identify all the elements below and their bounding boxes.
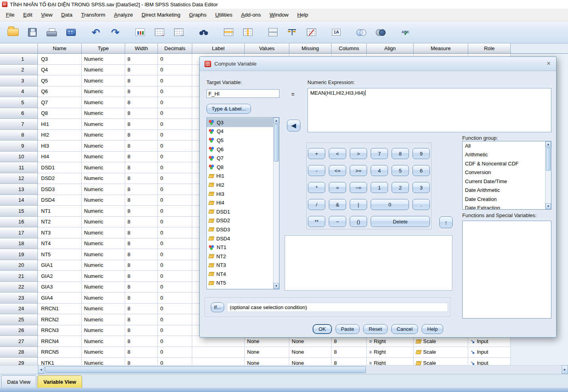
cell-decimals[interactable]: 0	[158, 217, 192, 228]
cell-type[interactable]: Numeric	[82, 282, 125, 293]
cell-type[interactable]: Numeric	[82, 325, 125, 336]
corner-header[interactable]	[0, 43, 38, 54]
keypad-button-|[interactable]: |	[350, 199, 367, 210]
cell-width[interactable]: 8	[125, 206, 158, 217]
variable-item-nt3[interactable]: NT3	[207, 261, 273, 270]
insert-cases-button[interactable]	[219, 23, 238, 41]
variable-item-dsd1[interactable]: DSD1	[207, 207, 273, 216]
cell-width[interactable]: 8	[125, 130, 158, 141]
ok-button[interactable]: OK	[313, 324, 332, 334]
function-group-current-date-time[interactable]: Current Date/Time	[463, 177, 545, 186]
target-variable-input[interactable]	[206, 89, 279, 98]
cell-decimals[interactable]: 0	[158, 358, 192, 365]
menu-edit[interactable]: Edit	[19, 10, 37, 20]
row-number[interactable]: 24	[0, 304, 38, 315]
row-number[interactable]: 9	[0, 141, 38, 152]
reset-button[interactable]: Reset	[363, 324, 388, 334]
scrollbar-track[interactable]	[44, 365, 562, 374]
function-group-all[interactable]: All	[463, 141, 545, 150]
column-header-name[interactable]: Name	[38, 43, 82, 54]
cell-name[interactable]: NT2	[38, 217, 82, 228]
cell-type[interactable]: Numeric	[82, 184, 125, 195]
cell-decimals[interactable]: 0	[158, 304, 192, 315]
cell-measure[interactable]: Scale	[414, 336, 468, 347]
select-cases-button[interactable]	[302, 23, 321, 41]
menu-view[interactable]: View	[37, 10, 57, 20]
cell-width[interactable]: 8	[125, 271, 158, 282]
cell-decimals[interactable]: 0	[158, 293, 192, 304]
cell-type[interactable]: Numeric	[82, 347, 125, 358]
variable-item-hi4[interactable]: HI4	[207, 198, 273, 207]
scroll-left-button[interactable]: ◄	[38, 365, 44, 374]
cell-type[interactable]: Numeric	[82, 271, 125, 282]
keypad-button-+[interactable]: +	[308, 148, 325, 159]
variable-item-nt5[interactable]: NT5	[207, 279, 273, 288]
transfer-variable-button[interactable]: ◀	[287, 120, 300, 131]
row-number[interactable]: 29	[0, 358, 38, 365]
cell-name[interactable]: DSD2	[38, 173, 82, 184]
row-number[interactable]: 6	[0, 108, 38, 119]
cell-type[interactable]: Numeric	[82, 358, 125, 365]
scroll-right-button[interactable]: ►	[562, 365, 568, 374]
variable-item-nt2[interactable]: NT2	[207, 252, 273, 261]
cell-decimals[interactable]: 0	[158, 336, 192, 347]
cell-decimals[interactable]: 0	[158, 108, 192, 119]
cell-name[interactable]: HI3	[38, 141, 82, 152]
cell-name[interactable]: RRCN1	[38, 304, 82, 315]
goto-variable-button[interactable]	[170, 23, 188, 41]
cell-type[interactable]: Numeric	[82, 217, 125, 228]
column-header-missing[interactable]: Missing	[289, 43, 332, 54]
row-number[interactable]: 28	[0, 347, 38, 358]
cell-width[interactable]: 8	[125, 195, 158, 206]
cell-type[interactable]: Numeric	[82, 162, 125, 173]
cell-type[interactable]: Numeric	[82, 75, 125, 86]
cell-name[interactable]: GIA1	[38, 260, 82, 271]
cell-width[interactable]: 8	[125, 65, 158, 76]
cell-width[interactable]: 8	[125, 336, 158, 347]
cell-width[interactable]: 8	[125, 54, 158, 65]
cell-type[interactable]: Numeric	[82, 304, 125, 315]
variable-item-hi2[interactable]: HI2	[207, 180, 273, 189]
cell-name[interactable]: GIA3	[38, 282, 82, 293]
cell-type[interactable]: Numeric	[82, 206, 125, 217]
cell-label[interactable]	[192, 336, 245, 347]
cell-name[interactable]: NTK1	[38, 358, 82, 365]
cell-width[interactable]: 8	[125, 347, 158, 358]
cell-role[interactable]: ↘Input	[468, 358, 511, 365]
variable-item-q6[interactable]: Q6	[207, 145, 273, 154]
spell-check-button[interactable]: ABC	[396, 23, 414, 41]
menu-data[interactable]: Data	[57, 10, 77, 20]
keypad-button-7[interactable]: 7	[371, 148, 388, 159]
column-header-label[interactable]: Label	[192, 43, 245, 54]
cell-decimals[interactable]: 0	[158, 325, 192, 336]
print-button[interactable]	[43, 23, 61, 41]
recall-dialogs-button[interactable]	[62, 23, 80, 41]
cell-width[interactable]: 8	[125, 152, 158, 163]
cell-width[interactable]: 8	[125, 119, 158, 130]
function-group-cdf-noncentral-cdf[interactable]: CDF & Noncentral CDF	[463, 159, 545, 168]
row-number[interactable]: 19	[0, 249, 38, 260]
row-number[interactable]: 10	[0, 152, 38, 163]
row-number[interactable]: 22	[0, 282, 38, 293]
cell-type[interactable]: Numeric	[82, 293, 125, 304]
cell-type[interactable]: Numeric	[82, 195, 125, 206]
variable-item-q4[interactable]: Q4	[207, 127, 273, 136]
cell-type[interactable]: Numeric	[82, 238, 125, 249]
function-group-date-extraction[interactable]: Date Extraction	[463, 204, 545, 210]
menu-file[interactable]: File	[2, 10, 19, 20]
cell-width[interactable]: 8	[125, 304, 158, 315]
variable-item-q7[interactable]: Q7	[207, 154, 273, 163]
cell-decimals[interactable]: 0	[158, 130, 192, 141]
keypad-button-5[interactable]: 5	[392, 165, 409, 176]
variable-item-dsd2[interactable]: DSD2	[207, 216, 273, 225]
cell-decimals[interactable]: 0	[158, 227, 192, 238]
row-number[interactable]: 1	[0, 54, 38, 65]
menu-transform[interactable]: Transform	[77, 10, 110, 20]
cell-type[interactable]: Numeric	[82, 314, 125, 325]
cell-width[interactable]: 8	[125, 249, 158, 260]
cell-values[interactable]: None	[245, 347, 289, 358]
cell-decimals[interactable]: 0	[158, 75, 192, 86]
cell-type[interactable]: Numeric	[82, 97, 125, 108]
value-labels-button[interactable]: 1A	[327, 23, 345, 41]
keypad-button-**[interactable]: **	[308, 216, 325, 227]
